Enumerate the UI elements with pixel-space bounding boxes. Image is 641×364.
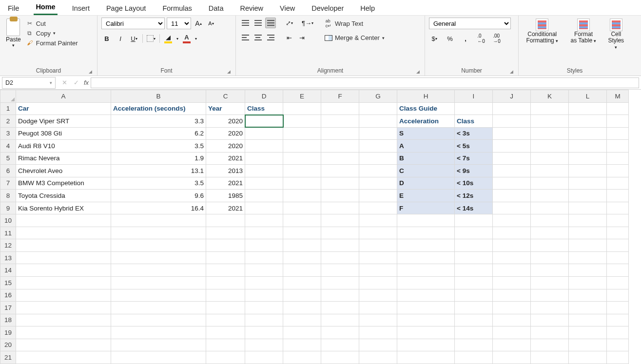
cell[interactable]: [493, 351, 531, 364]
cell[interactable]: [283, 251, 321, 264]
increase-decimal-icon[interactable]: .0←0: [476, 33, 486, 44]
cell[interactable]: 2021: [206, 177, 245, 190]
row-header-8[interactable]: 8: [0, 190, 16, 202]
cell[interactable]: [359, 251, 397, 264]
cell-styles-button[interactable]: Cell Styles ▾: [605, 18, 627, 52]
fx-icon[interactable]: fx: [82, 79, 91, 86]
row-header-9[interactable]: 9: [0, 202, 16, 214]
cell[interactable]: [607, 326, 629, 339]
cell[interactable]: [206, 314, 245, 326]
cell[interactable]: [321, 326, 359, 339]
cell[interactable]: [321, 314, 359, 326]
cell[interactable]: [607, 127, 629, 140]
number-format-select[interactable]: General: [429, 18, 511, 29]
cell[interactable]: 9.6: [111, 190, 206, 202]
cell[interactable]: [531, 289, 569, 302]
cell[interactable]: [321, 140, 359, 153]
formula-input[interactable]: [91, 77, 639, 88]
increase-font-icon[interactable]: A▴: [193, 18, 204, 29]
comma-icon[interactable]: ,: [460, 33, 471, 44]
cell[interactable]: [607, 264, 629, 277]
row-header-5[interactable]: 5: [0, 152, 16, 165]
cell[interactable]: [245, 351, 283, 364]
cell[interactable]: [321, 276, 359, 289]
cell[interactable]: B: [397, 152, 455, 165]
currency-icon[interactable]: $ ▾: [429, 33, 440, 44]
cell[interactable]: [321, 152, 359, 165]
dialog-launcher-icon[interactable]: ◢: [510, 69, 513, 74]
cell[interactable]: [493, 276, 531, 289]
font-color-button[interactable]: A: [181, 33, 192, 44]
cell[interactable]: [283, 227, 321, 239]
col-header-B[interactable]: B: [111, 90, 206, 103]
cell[interactable]: 2020: [206, 127, 245, 140]
cell[interactable]: [359, 214, 397, 227]
menu-developer[interactable]: Developer: [310, 2, 346, 15]
cell[interactable]: [359, 314, 397, 326]
row-header-1[interactable]: 1: [0, 102, 16, 115]
cell[interactable]: Class: [455, 115, 493, 128]
col-header-H[interactable]: H: [397, 90, 455, 103]
cell[interactable]: [607, 302, 629, 314]
cell[interactable]: [16, 314, 111, 326]
cell[interactable]: [283, 140, 321, 153]
cell[interactable]: [569, 302, 607, 314]
cell[interactable]: D: [397, 177, 455, 190]
cell[interactable]: [283, 127, 321, 140]
cell[interactable]: [359, 115, 397, 128]
cell[interactable]: [531, 227, 569, 239]
cell[interactable]: [531, 127, 569, 140]
cell[interactable]: < 7s: [455, 152, 493, 165]
row-header-14[interactable]: 14: [0, 264, 16, 277]
row-header-2[interactable]: 2: [0, 115, 16, 128]
cell[interactable]: [283, 276, 321, 289]
cell[interactable]: [111, 314, 206, 326]
cell[interactable]: [359, 165, 397, 177]
cell[interactable]: [397, 227, 455, 239]
cell[interactable]: [16, 214, 111, 227]
cell[interactable]: [359, 276, 397, 289]
menu-view[interactable]: View: [278, 2, 297, 15]
cell[interactable]: [455, 214, 493, 227]
cell[interactable]: < 14s: [455, 202, 493, 214]
cell[interactable]: [531, 165, 569, 177]
cell[interactable]: [607, 289, 629, 302]
cell[interactable]: [283, 314, 321, 326]
cell[interactable]: [493, 127, 531, 140]
row-header-12[interactable]: 12: [0, 239, 16, 252]
row-header-17[interactable]: 17: [0, 302, 16, 314]
cell[interactable]: [321, 351, 359, 364]
cell[interactable]: [245, 289, 283, 302]
enter-icon[interactable]: ✓: [70, 79, 82, 86]
cell[interactable]: [531, 326, 569, 339]
row-header-7[interactable]: 7: [0, 177, 16, 190]
cell[interactable]: [111, 351, 206, 364]
dialog-launcher-icon[interactable]: ◢: [89, 69, 92, 74]
cell[interactable]: [16, 227, 111, 239]
cell[interactable]: [397, 289, 455, 302]
cell[interactable]: [359, 351, 397, 364]
cell[interactable]: [493, 202, 531, 214]
cell[interactable]: [531, 351, 569, 364]
font-name-select[interactable]: Calibri: [101, 18, 165, 29]
bold-button[interactable]: B: [101, 33, 112, 44]
dialog-launcher-icon[interactable]: ◢: [227, 69, 231, 74]
cell[interactable]: 1985: [206, 190, 245, 202]
dialog-launcher-icon[interactable]: ◢: [416, 69, 420, 74]
cell[interactable]: [455, 276, 493, 289]
cell[interactable]: [359, 289, 397, 302]
cell[interactable]: [359, 302, 397, 314]
cell[interactable]: Chevrolet Aveo: [16, 165, 111, 177]
cell[interactable]: [245, 190, 283, 202]
cell[interactable]: [531, 264, 569, 277]
cell[interactable]: [16, 264, 111, 277]
cell[interactable]: [607, 276, 629, 289]
col-header-C[interactable]: C: [206, 90, 245, 103]
align-top-icon[interactable]: [240, 18, 251, 28]
cell[interactable]: [283, 302, 321, 314]
cell[interactable]: [321, 289, 359, 302]
col-header-L[interactable]: L: [569, 90, 607, 103]
cell[interactable]: [531, 251, 569, 264]
row-header-6[interactable]: 6: [0, 165, 16, 177]
cell[interactable]: [321, 339, 359, 351]
